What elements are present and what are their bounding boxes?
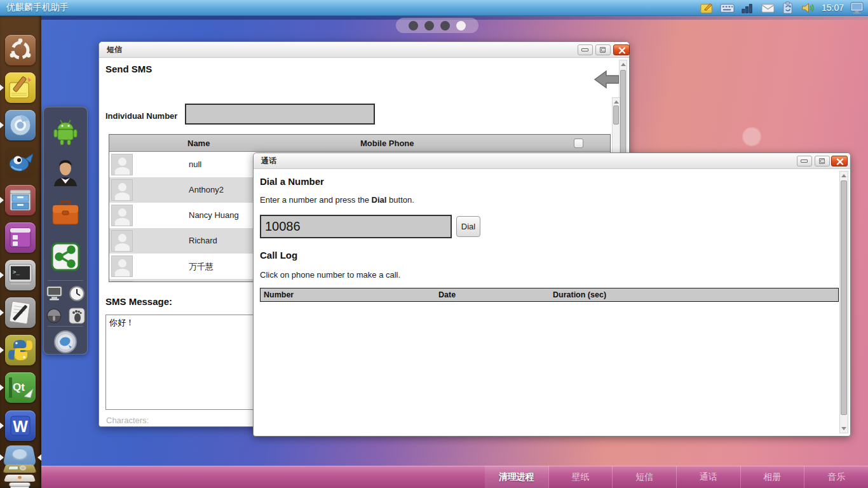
avatar <box>111 255 133 277</box>
tab-music[interactable]: 音乐 <box>804 466 868 488</box>
gnome-foot-icon[interactable] <box>69 308 85 324</box>
clipboard-sync-icon[interactable] <box>781 1 796 15</box>
ubuntu-dash-icon[interactable] <box>5 35 36 65</box>
running-indicator <box>0 272 4 278</box>
window-stack-icon[interactable] <box>4 443 37 488</box>
share-icon[interactable] <box>51 242 80 274</box>
keyboard-icon[interactable] <box>720 1 735 15</box>
individual-number-input[interactable] <box>185 104 375 125</box>
tab-clean-processes[interactable]: 清理进程 <box>485 466 548 488</box>
tab-sms[interactable]: 短信 <box>612 466 676 488</box>
dial-number-input[interactable] <box>260 215 452 238</box>
close-button[interactable] <box>831 156 848 166</box>
dial-window: 通话 Dial a Number Enter a number and pres… <box>253 152 851 437</box>
contacts-table-header[interactable]: Name Mobile Phone <box>109 135 610 152</box>
contact-name: Anthony2 <box>189 185 224 194</box>
page-dot[interactable] <box>409 21 418 30</box>
characters-count-label: Characters: <box>106 416 149 425</box>
app-title: 优麒麟手机助手 <box>6 2 69 13</box>
launcher-dock: >_ Qt <box>0 16 41 488</box>
send-sms-heading: Send SMS <box>105 64 152 74</box>
name-column-header[interactable]: Name <box>187 139 210 148</box>
top-panel: 优麒麟手机助手 <box>0 0 868 16</box>
maximize-button[interactable] <box>815 156 830 166</box>
avatar <box>111 281 133 282</box>
contact-name: 万千慧 <box>189 261 214 273</box>
tab-album[interactable]: 相册 <box>740 466 804 488</box>
running-indicator <box>0 197 4 203</box>
document-icon <box>4 475 36 482</box>
running-indicator <box>0 309 4 316</box>
text-editor-icon[interactable] <box>5 297 36 328</box>
contact-person-icon[interactable] <box>51 157 79 190</box>
avatar <box>111 154 133 175</box>
minimize-button[interactable] <box>578 44 593 55</box>
clock-time[interactable]: 15:07 <box>822 3 844 13</box>
avatar <box>111 230 133 252</box>
running-indicator <box>0 347 4 353</box>
dial-scrollbar[interactable] <box>839 171 848 433</box>
signal-icon[interactable] <box>740 1 755 15</box>
sms-titlebar[interactable]: 短信 <box>99 42 629 58</box>
bluefish-icon[interactable] <box>5 147 36 178</box>
sms-window-title: 短信 <box>107 44 122 55</box>
call-log-heading: Call Log <box>260 250 297 261</box>
chromium-icon[interactable] <box>5 110 36 140</box>
mail-icon[interactable] <box>761 1 775 15</box>
display-settings-icon[interactable] <box>46 285 63 301</box>
call-log-instruction: Click on phone number to make a call. <box>260 270 400 280</box>
page-indicator[interactable] <box>396 18 478 33</box>
select-all-checkbox[interactable] <box>574 139 583 148</box>
terminal-icon[interactable]: >_ <box>5 260 36 290</box>
page-dot-active[interactable] <box>456 21 466 30</box>
dial-window-title: 通话 <box>261 156 276 166</box>
file-cabinet-icon[interactable] <box>5 185 36 215</box>
individual-number-label: Individual Number <box>105 111 177 121</box>
contact-name: Nancy Huang <box>189 210 239 220</box>
tab-wallpaper[interactable]: 壁纸 <box>548 466 613 488</box>
utility-grid <box>46 285 85 327</box>
orb-icon[interactable] <box>46 308 62 324</box>
svg-text:Qt: Qt <box>13 381 25 393</box>
svg-text:>_: >_ <box>13 269 20 275</box>
image-viewer-icon <box>3 464 36 473</box>
bottom-tab-bar: 清理进程 壁纸 短信 通话 相册 音乐 <box>41 466 868 488</box>
page-dot[interactable] <box>440 21 450 30</box>
tab-call[interactable]: 通话 <box>676 466 740 488</box>
qt-creator-icon[interactable]: Qt <box>5 372 36 403</box>
phone-column-header[interactable]: Mobile Phone <box>360 139 414 148</box>
call-log-body <box>260 302 839 429</box>
running-indicator <box>0 122 4 128</box>
minimize-button[interactable] <box>797 156 812 166</box>
briefcase-icon[interactable] <box>51 200 80 229</box>
divider <box>48 280 83 281</box>
avatar <box>111 205 133 226</box>
focused-indicator <box>37 454 41 461</box>
number-column-header[interactable]: Number <box>264 290 294 299</box>
clock-small-icon[interactable] <box>69 285 85 302</box>
software-center-icon[interactable] <box>5 222 36 253</box>
date-column-header[interactable]: Date <box>438 290 456 299</box>
sms-message-label: SMS Message: <box>105 296 172 307</box>
duration-column-header[interactable]: Duration (sec) <box>553 290 606 299</box>
page-dot[interactable] <box>424 21 434 30</box>
display-icon[interactable] <box>850 1 864 15</box>
earth-icon[interactable] <box>53 330 78 356</box>
dial-titlebar[interactable]: 通话 <box>254 153 850 169</box>
close-button[interactable] <box>613 44 630 55</box>
python-icon[interactable] <box>5 335 36 365</box>
contact-name: null <box>189 159 201 169</box>
divider <box>48 326 83 327</box>
back-arrow-icon[interactable] <box>593 69 620 90</box>
note-icon[interactable] <box>700 1 714 15</box>
desktop: 优麒麟手机助手 <box>0 0 868 488</box>
trash-icon[interactable] <box>9 482 31 488</box>
volume-icon[interactable] <box>801 1 816 15</box>
wps-writer-icon[interactable]: W <box>5 410 36 441</box>
maximize-button[interactable] <box>595 44 611 55</box>
call-log-header: Number Date Duration (sec) <box>260 288 839 302</box>
dial-button[interactable]: Dial <box>456 216 480 237</box>
notes-app-icon[interactable] <box>5 72 36 103</box>
android-icon[interactable] <box>52 118 79 149</box>
running-indicator <box>0 384 4 391</box>
